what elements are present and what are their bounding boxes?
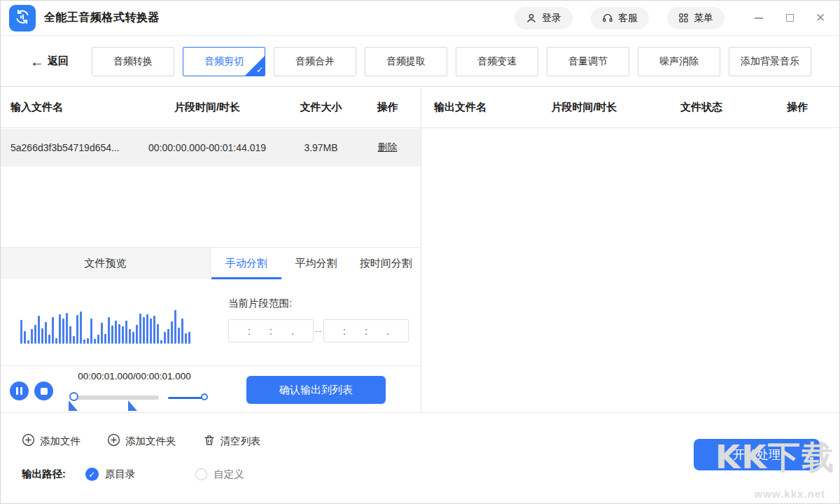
add-file-button[interactable]: 添加文件 — [22, 433, 80, 449]
waveform-bar — [178, 328, 180, 344]
input-file-name: 5a266d3f3b54719d654... — [1, 142, 127, 153]
tab-audio-convert[interactable]: 音频转换 — [92, 47, 174, 76]
convert-audio-icon — [14, 8, 31, 28]
waveform-bar — [136, 325, 138, 344]
waveform-bar — [80, 312, 82, 344]
window-controls: ✕ — [752, 12, 827, 24]
support-label: 客服 — [618, 12, 638, 24]
waveform-bar — [160, 340, 162, 344]
range-start-input[interactable]: : : . — [228, 319, 314, 342]
time-sep: : — [248, 326, 251, 337]
waveform-bar — [62, 318, 64, 344]
waveform-bar — [171, 321, 173, 344]
confirm-output-button[interactable]: 确认输出到列表 — [246, 376, 386, 404]
close-button[interactable]: ✕ — [814, 12, 827, 24]
waveform-bar — [52, 317, 54, 344]
waveform-bar — [104, 334, 106, 344]
waveform-bar — [132, 332, 134, 344]
pause-button[interactable] — [10, 382, 29, 400]
radio-custom-dir[interactable]: 自定义 — [195, 468, 244, 481]
waveform-bar — [153, 316, 155, 344]
waveform-bar — [76, 315, 78, 344]
tab-add-bgm[interactable]: 添加背景音乐 — [729, 47, 811, 76]
input-file-size: 3.97MB — [288, 142, 354, 153]
main-area: 输入文件名 片段时间/时长 文件大小 操作 5a266d3f3b54719d65… — [1, 88, 840, 412]
range-end-input[interactable]: : : . — [323, 319, 409, 342]
waveform-bar — [146, 314, 148, 344]
waveform-bar — [94, 339, 96, 344]
file-preview-title: 文件预览 — [85, 257, 127, 270]
volume-slider[interactable] — [168, 397, 204, 399]
tab-audio-extract[interactable]: 音频提取 — [365, 47, 447, 76]
input-file-time: 00:00:00.000-00:01:44.019 — [127, 142, 288, 153]
radio-custom-label: 自定义 — [214, 468, 244, 481]
waveform-bar — [143, 317, 145, 344]
output-table-header: 输出文件名 片段时间/时长 文件状态 操作 — [421, 88, 840, 128]
time-sep: : — [270, 326, 272, 337]
maximize-button[interactable] — [783, 12, 796, 24]
menu-button[interactable]: 菜单 — [667, 7, 724, 29]
waveform-bar — [111, 326, 113, 344]
support-button[interactable]: 客服 — [591, 7, 649, 29]
col-input-time: 片段时间/时长 — [127, 101, 288, 114]
waveform-bar — [87, 338, 89, 344]
radio-original-label: 原目录 — [105, 468, 136, 481]
tab-manual-split[interactable]: 手动分割 — [211, 248, 281, 279]
waveform-bar — [122, 326, 124, 344]
clear-list-button[interactable]: 清空列表 — [203, 434, 261, 449]
waveform-bar — [31, 329, 33, 344]
input-table-row[interactable]: 5a266d3f3b54719d654... 00:00:00.000-00:0… — [1, 129, 421, 167]
close-icon: ✕ — [816, 12, 825, 24]
waveform-bar — [48, 335, 50, 344]
volume-handle[interactable] — [201, 393, 208, 400]
tab-audio-speed[interactable]: 音频变速 — [456, 47, 538, 76]
time-sep: : — [343, 326, 346, 337]
col-input-filename: 输入文件名 — [1, 101, 127, 114]
output-path-label: 输出路径: — [22, 468, 66, 481]
waveform-bar — [27, 340, 29, 344]
minimize-icon — [755, 18, 763, 19]
title-bar: 全能王音频格式转换器 登录 — [1, 1, 839, 36]
panel-divider — [421, 88, 421, 412]
waveform-bar — [108, 317, 110, 344]
tab-average-split[interactable]: 平均分割 — [281, 248, 351, 279]
progress-slider[interactable] — [71, 396, 159, 400]
start-processing-button[interactable]: 开始处理 — [694, 439, 820, 470]
function-toolbar: ← 返回 音频转换 音频剪切 ✓ 音频合并 音频提取 音频变速 音量调节 噪声消… — [1, 36, 839, 87]
tab-volume-adjust[interactable]: 音量调节 — [547, 47, 629, 76]
waveform-bar — [164, 332, 166, 344]
time-sep: . — [291, 326, 294, 337]
tab-time-split[interactable]: 按时间分割 — [351, 248, 421, 279]
tab-audio-merge[interactable]: 音频合并 — [274, 47, 356, 76]
tab-noise-removal[interactable]: 噪声消除 — [638, 47, 720, 76]
trim-start-marker[interactable] — [69, 400, 78, 411]
radio-original-dir[interactable]: ✓ 原目录 — [85, 468, 136, 481]
waveform-bar — [115, 321, 117, 344]
waveform-bar — [34, 325, 36, 344]
plus-circle-icon — [22, 433, 35, 449]
app-title: 全能王音频格式转换器 — [44, 10, 160, 25]
time-sep: : — [365, 326, 368, 337]
delete-link[interactable]: 删除 — [378, 141, 398, 153]
back-button[interactable]: ← 返回 — [30, 55, 69, 69]
pause-icon — [16, 387, 22, 395]
col-output-status: 文件状态 — [649, 101, 754, 114]
waveform-bar — [157, 324, 159, 344]
minimize-button[interactable] — [752, 12, 765, 24]
radio-unchecked-icon — [195, 468, 207, 480]
playback-time: 00:00:01.000/00:00:01.000 — [60, 371, 209, 382]
trim-end-marker[interactable] — [128, 400, 137, 411]
tab-audio-cut[interactable]: 音频剪切 ✓ — [183, 47, 265, 76]
footer-bar: 添加文件 添加文件夹 — [1, 412, 840, 504]
app-window: 全能王音频格式转换器 登录 — [0, 0, 840, 504]
stop-button[interactable] — [34, 382, 53, 400]
waveform-bar — [125, 321, 127, 344]
login-button[interactable]: 登录 — [514, 7, 573, 29]
waveform[interactable] — [1, 280, 211, 365]
waveform-bar — [66, 313, 68, 344]
waveform-bar — [41, 328, 43, 344]
user-icon — [526, 13, 537, 24]
login-label: 登录 — [542, 12, 561, 24]
add-folder-button[interactable]: 添加文件夹 — [107, 433, 176, 449]
input-table-header: 输入文件名 片段时间/时长 文件大小 操作 — [1, 88, 421, 128]
